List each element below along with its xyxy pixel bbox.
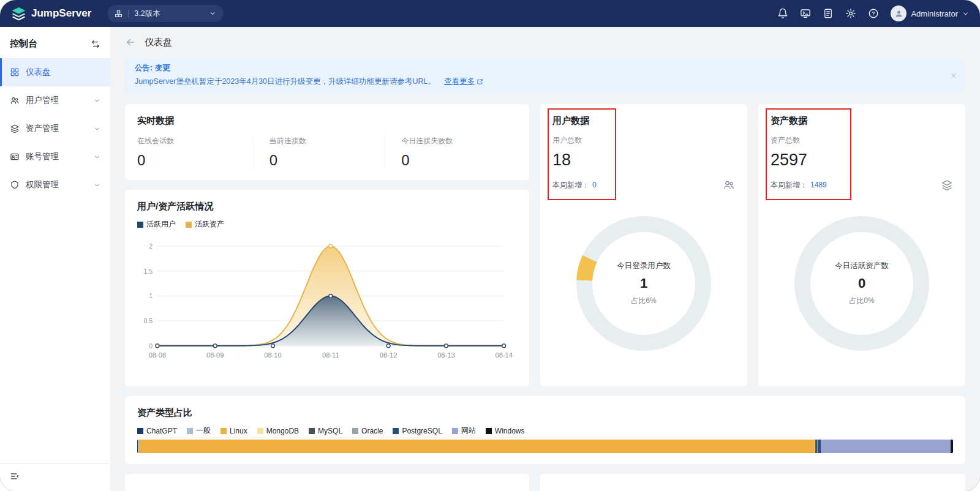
- week-new-value: 1489: [810, 181, 827, 189]
- stat-failed-connections: 今日连接失败数 0: [385, 136, 517, 169]
- legend-item[interactable]: Linux: [221, 427, 247, 435]
- sidebar-item-label: 用户管理: [26, 95, 59, 106]
- sidebar-nav: 仪表盘 用户管理 资产管理 账号管理: [0, 58, 110, 199]
- legend-item[interactable]: 活跃资产: [186, 219, 224, 230]
- bottom-card-right: [540, 474, 965, 491]
- svg-text:?: ?: [872, 11, 875, 17]
- help-icon[interactable]: ?: [868, 8, 879, 19]
- legend-item[interactable]: ChatGPT: [137, 427, 177, 435]
- legend-item[interactable]: 一般: [187, 425, 211, 436]
- user-name: Administrator: [911, 9, 958, 18]
- terminal-icon[interactable]: [800, 8, 811, 19]
- chevron-down-icon: [209, 10, 216, 17]
- card-title: 用户数据: [552, 115, 735, 127]
- user-data-card: 用户数据 用户总数 18 本周新增： 0 今日登录用户数: [540, 104, 747, 386]
- week-new-label: 本周新增：: [552, 180, 589, 190]
- total-value: 2597: [771, 151, 953, 170]
- sidebar: 控制台 仪表盘 用户管理 资产管理: [0, 27, 110, 491]
- donut-ratio: 占比0%: [849, 296, 874, 306]
- brand[interactable]: JumpServer: [11, 6, 91, 21]
- dashboard-icon: [10, 67, 20, 77]
- announcement-label: 公告: 变更: [135, 63, 956, 73]
- sidebar-item-permissions[interactable]: 权限管理: [0, 171, 110, 199]
- total-label: 用户总数: [552, 135, 735, 146]
- topbar-actions: ? Administrator: [777, 6, 969, 21]
- donut-label: 今日登录用户数: [617, 261, 671, 271]
- svg-text:08-09: 08-09: [206, 351, 224, 359]
- brand-name: JumpServer: [31, 7, 91, 20]
- bar-segment[interactable]: [139, 440, 815, 453]
- card-title: 用户/资产活跃情况: [137, 201, 517, 212]
- card-title: 资产数据: [771, 115, 953, 127]
- week-new-label: 本周新增：: [771, 180, 807, 190]
- layers-icon: [10, 124, 20, 133]
- asset-types-stacked-bar[interactable]: [137, 440, 953, 453]
- settings-gear-icon[interactable]: [845, 8, 856, 19]
- svg-text:08-12: 08-12: [380, 351, 397, 359]
- svg-text:08-11: 08-11: [322, 351, 339, 359]
- sidebar-item-label: 权限管理: [26, 179, 59, 190]
- chevron-down-icon: [94, 126, 100, 132]
- activity-area-chart[interactable]: 00.511.5208-0808-0908-1008-1108-1208-130…: [137, 233, 517, 375]
- total-value: 18: [552, 151, 735, 170]
- svg-text:1: 1: [149, 292, 153, 299]
- announcement-more-link[interactable]: 查看更多: [444, 77, 483, 87]
- svg-text:08-08: 08-08: [149, 351, 166, 359]
- main-content: 仪表盘 公告: 变更 JumpServer堡垒机暂定于2023年4月30日进行升…: [110, 27, 980, 491]
- notification-bell-icon[interactable]: [777, 8, 788, 19]
- svg-text:08-14: 08-14: [495, 351, 512, 359]
- layers-icon: [941, 179, 953, 191]
- legend-item[interactable]: MySQL: [309, 427, 342, 435]
- version-label: 3.2版本: [134, 9, 160, 19]
- total-label: 资产总数: [771, 135, 953, 146]
- user-menu[interactable]: Administrator: [891, 6, 969, 21]
- legend-item[interactable]: 活跃用户: [137, 219, 176, 230]
- svg-text:08-10: 08-10: [264, 351, 281, 359]
- jumpserver-logo-icon: [11, 6, 26, 21]
- bar-segment[interactable]: [951, 440, 953, 453]
- sidebar-item-accounts[interactable]: 账号管理: [0, 143, 110, 171]
- sidebar-item-label: 账号管理: [26, 151, 59, 162]
- sidebar-item-assets[interactable]: 资产管理: [0, 114, 110, 143]
- user-login-donut[interactable]: 今日登录用户数 1 占比6%: [573, 213, 714, 354]
- users-icon: [723, 179, 735, 191]
- svg-text:08-13: 08-13: [437, 351, 454, 359]
- bottom-card-left: [125, 474, 529, 491]
- legend-item[interactable]: PostgreSQL: [393, 427, 442, 435]
- asset-types-card: 资产类型占比 ChatGPT一般LinuxMongoDBMySQLOracleP…: [125, 396, 965, 464]
- announcement-banner: 公告: 变更 JumpServer堡垒机暂定于2023年4月30日进行升级变更，…: [125, 58, 965, 93]
- sidebar-item-label: 仪表盘: [26, 67, 51, 78]
- org-icon: [115, 10, 123, 18]
- donut-value: 1: [640, 275, 647, 291]
- switch-view-icon[interactable]: [91, 39, 100, 49]
- asset-types-legend: ChatGPT一般LinuxMongoDBMySQLOraclePostgreS…: [137, 425, 953, 436]
- external-link-icon: [477, 78, 483, 85]
- donut-value: 0: [858, 275, 865, 291]
- legend-item[interactable]: Oracle: [352, 427, 383, 435]
- card-title: 实时数据: [137, 115, 517, 127]
- bar-segment[interactable]: [821, 440, 951, 453]
- legend-item[interactable]: Windows: [486, 427, 525, 435]
- avatar: [891, 6, 907, 21]
- legend-item[interactable]: 网站: [452, 425, 476, 436]
- announcement-message: JumpServer堡垒机暂定于2023年4月30日进行升级变更，升级详细功能更…: [135, 77, 435, 87]
- card-title: 资产类型占比: [137, 407, 953, 419]
- back-arrow-icon[interactable]: [125, 37, 136, 48]
- asset-active-donut[interactable]: 今日活跃资产数 0 占比0%: [791, 213, 932, 354]
- shield-icon: [10, 180, 20, 190]
- collapse-sidebar-icon[interactable]: [10, 471, 20, 481]
- chevron-down-icon: [962, 10, 969, 17]
- docs-icon[interactable]: [823, 8, 834, 19]
- chevron-down-icon: [94, 97, 100, 104]
- activity-legend: 活跃用户活跃资产: [137, 219, 517, 230]
- sidebar-item-users[interactable]: 用户管理: [0, 86, 110, 114]
- week-new-value: 0: [592, 181, 597, 189]
- close-icon[interactable]: ×: [951, 70, 957, 81]
- jumpserver-app: JumpServer 3.2版本: [0, 0, 980, 491]
- svg-text:0.5: 0.5: [143, 317, 153, 324]
- svg-text:1.5: 1.5: [143, 268, 153, 275]
- legend-item[interactable]: MongoDB: [257, 427, 299, 435]
- asset-data-card: 资产数据 资产总数 2597 本周新增： 1489 今日活跃资产数: [758, 104, 965, 386]
- version-selector[interactable]: 3.2版本: [107, 5, 224, 22]
- sidebar-item-dashboard[interactable]: 仪表盘: [0, 58, 110, 86]
